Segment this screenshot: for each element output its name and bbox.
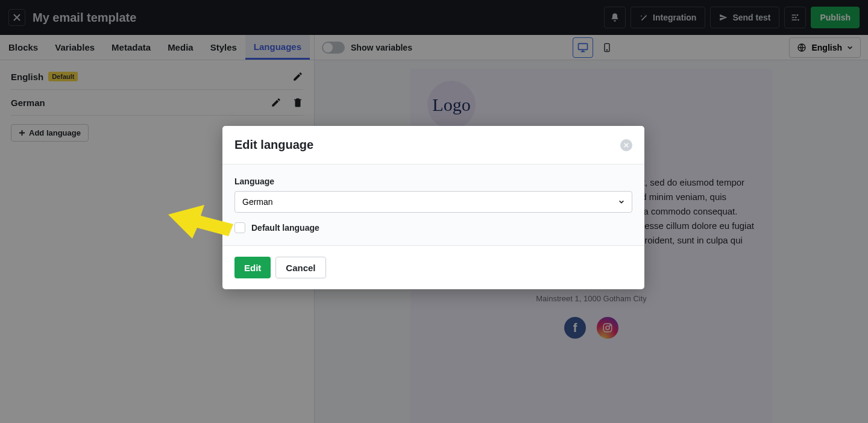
default-language-label: Default language <box>251 223 319 233</box>
cancel-button[interactable]: Cancel <box>275 257 326 278</box>
chevron-down-icon <box>618 199 624 205</box>
language-select-value: German <box>242 197 273 207</box>
language-field-label: Language <box>234 177 632 186</box>
edit-button[interactable]: Edit <box>234 257 271 278</box>
language-select[interactable]: German <box>234 191 632 213</box>
modal-title: Edit language <box>234 138 313 152</box>
modal-close-button[interactable] <box>620 139 632 151</box>
close-icon <box>624 143 629 148</box>
edit-language-modal: Edit language Language German Default la… <box>222 126 644 289</box>
default-language-checkbox[interactable] <box>234 222 245 233</box>
